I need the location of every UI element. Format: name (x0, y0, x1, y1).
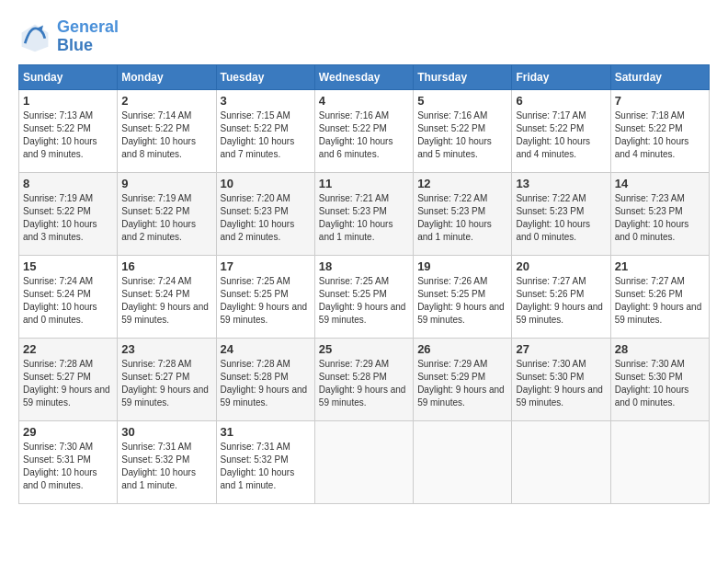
day-detail: Sunrise: 7:23 AM Sunset: 5:23 PM Dayligh… (615, 192, 705, 244)
day-detail: Sunrise: 7:17 AM Sunset: 5:22 PM Dayligh… (516, 109, 606, 161)
logo: General Blue (18, 18, 119, 55)
day-detail: Sunrise: 7:30 AM Sunset: 5:30 PM Dayligh… (615, 358, 705, 409)
day-number: 31 (221, 425, 311, 439)
calendar-cell: 28 Sunrise: 7:30 AM Sunset: 5:30 PM Dayl… (610, 338, 709, 420)
logo-icon (18, 20, 51, 53)
day-detail: Sunrise: 7:13 AM Sunset: 5:22 PM Dayligh… (23, 109, 113, 161)
calendar-week-3: 15 Sunrise: 7:24 AM Sunset: 5:24 PM Dayl… (19, 255, 710, 338)
day-number: 19 (417, 259, 507, 273)
day-number: 1 (23, 94, 113, 108)
calendar-cell: 22 Sunrise: 7:28 AM Sunset: 5:27 PM Dayl… (19, 338, 118, 420)
day-number: 25 (319, 342, 409, 356)
calendar-cell: 25 Sunrise: 7:29 AM Sunset: 5:28 PM Dayl… (314, 338, 413, 420)
day-detail: Sunrise: 7:20 AM Sunset: 5:23 PM Dayligh… (221, 192, 311, 244)
calendar-week-4: 22 Sunrise: 7:28 AM Sunset: 5:27 PM Dayl… (19, 338, 710, 420)
day-detail: Sunrise: 7:28 AM Sunset: 5:28 PM Dayligh… (221, 358, 311, 409)
calendar-cell: 27 Sunrise: 7:30 AM Sunset: 5:30 PM Dayl… (512, 338, 610, 420)
day-detail: Sunrise: 7:19 AM Sunset: 5:22 PM Dayligh… (121, 192, 211, 244)
calendar-cell: 17 Sunrise: 7:25 AM Sunset: 5:25 PM Dayl… (216, 255, 314, 338)
day-detail: Sunrise: 7:25 AM Sunset: 5:25 PM Dayligh… (221, 275, 311, 327)
calendar-cell: 3 Sunrise: 7:15 AM Sunset: 5:22 PM Dayli… (216, 89, 314, 172)
day-detail: Sunrise: 7:16 AM Sunset: 5:22 PM Dayligh… (319, 109, 409, 161)
calendar-cell: 20 Sunrise: 7:27 AM Sunset: 5:26 PM Dayl… (512, 255, 610, 338)
calendar-cell: 9 Sunrise: 7:19 AM Sunset: 5:22 PM Dayli… (118, 172, 216, 255)
calendar-cell: 10 Sunrise: 7:20 AM Sunset: 5:23 PM Dayl… (216, 172, 314, 255)
calendar-cell: 8 Sunrise: 7:19 AM Sunset: 5:22 PM Dayli… (19, 172, 118, 255)
day-detail: Sunrise: 7:28 AM Sunset: 5:27 PM Dayligh… (23, 358, 113, 409)
weekday-header-tuesday: Tuesday (216, 64, 314, 89)
day-number: 28 (615, 342, 705, 356)
day-detail: Sunrise: 7:26 AM Sunset: 5:25 PM Dayligh… (417, 275, 507, 327)
day-number: 12 (417, 177, 507, 190)
calendar-cell: 13 Sunrise: 7:22 AM Sunset: 5:23 PM Dayl… (512, 172, 610, 255)
calendar-week-2: 8 Sunrise: 7:19 AM Sunset: 5:22 PM Dayli… (19, 172, 710, 255)
calendar-cell: 6 Sunrise: 7:17 AM Sunset: 5:22 PM Dayli… (512, 89, 610, 172)
day-detail: Sunrise: 7:18 AM Sunset: 5:22 PM Dayligh… (615, 109, 705, 161)
day-detail: Sunrise: 7:27 AM Sunset: 5:26 PM Dayligh… (516, 275, 606, 327)
day-number: 14 (615, 177, 705, 190)
logo-text: General Blue (57, 18, 119, 55)
day-detail: Sunrise: 7:15 AM Sunset: 5:22 PM Dayligh… (221, 109, 311, 161)
calendar-body: 1 Sunrise: 7:13 AM Sunset: 5:22 PM Dayli… (19, 89, 710, 503)
day-number: 30 (121, 425, 211, 439)
day-number: 10 (221, 177, 311, 190)
day-number: 3 (221, 94, 311, 108)
day-detail: Sunrise: 7:25 AM Sunset: 5:25 PM Dayligh… (319, 275, 409, 327)
day-detail: Sunrise: 7:30 AM Sunset: 5:30 PM Dayligh… (516, 358, 606, 409)
day-detail: Sunrise: 7:29 AM Sunset: 5:29 PM Dayligh… (417, 358, 507, 409)
calendar-cell: 26 Sunrise: 7:29 AM Sunset: 5:29 PM Dayl… (414, 338, 512, 420)
day-detail: Sunrise: 7:19 AM Sunset: 5:22 PM Dayligh… (23, 192, 113, 244)
calendar-cell (414, 420, 512, 503)
day-number: 26 (417, 342, 507, 356)
day-detail: Sunrise: 7:29 AM Sunset: 5:28 PM Dayligh… (319, 358, 409, 409)
day-number: 2 (121, 94, 211, 108)
day-number: 20 (516, 259, 606, 273)
day-number: 21 (615, 259, 705, 273)
calendar-header-row: SundayMondayTuesdayWednesdayThursdayFrid… (19, 64, 710, 89)
weekday-header-saturday: Saturday (610, 64, 709, 89)
weekday-header-thursday: Thursday (414, 64, 512, 89)
calendar-cell: 7 Sunrise: 7:18 AM Sunset: 5:22 PM Dayli… (610, 89, 709, 172)
weekday-header-sunday: Sunday (19, 64, 118, 89)
day-number: 27 (516, 342, 606, 356)
day-number: 5 (417, 94, 507, 108)
day-number: 16 (121, 259, 211, 273)
day-number: 15 (23, 259, 113, 273)
day-number: 29 (23, 425, 113, 439)
calendar-cell: 11 Sunrise: 7:21 AM Sunset: 5:23 PM Dayl… (314, 172, 413, 255)
weekday-header-friday: Friday (512, 64, 610, 89)
day-number: 7 (615, 94, 705, 108)
calendar-cell (314, 420, 413, 503)
day-detail: Sunrise: 7:31 AM Sunset: 5:32 PM Dayligh… (221, 441, 311, 492)
calendar-cell: 30 Sunrise: 7:31 AM Sunset: 5:32 PM Dayl… (118, 420, 216, 503)
calendar-table: SundayMondayTuesdayWednesdayThursdayFrid… (18, 64, 710, 504)
weekday-header-wednesday: Wednesday (314, 64, 413, 89)
calendar-cell: 29 Sunrise: 7:30 AM Sunset: 5:31 PM Dayl… (19, 420, 118, 503)
day-detail: Sunrise: 7:14 AM Sunset: 5:22 PM Dayligh… (121, 109, 211, 161)
day-number: 22 (23, 342, 113, 356)
calendar-cell: 15 Sunrise: 7:24 AM Sunset: 5:24 PM Dayl… (19, 255, 118, 338)
calendar-cell: 12 Sunrise: 7:22 AM Sunset: 5:23 PM Dayl… (414, 172, 512, 255)
day-number: 13 (516, 177, 606, 190)
page-header: General Blue (18, 18, 710, 55)
weekday-header-monday: Monday (118, 64, 216, 89)
calendar-cell: 23 Sunrise: 7:28 AM Sunset: 5:27 PM Dayl… (118, 338, 216, 420)
calendar-cell: 1 Sunrise: 7:13 AM Sunset: 5:22 PM Dayli… (19, 89, 118, 172)
day-detail: Sunrise: 7:16 AM Sunset: 5:22 PM Dayligh… (417, 109, 507, 161)
calendar-cell (512, 420, 610, 503)
day-number: 23 (121, 342, 211, 356)
calendar-cell: 16 Sunrise: 7:24 AM Sunset: 5:24 PM Dayl… (118, 255, 216, 338)
day-number: 4 (319, 94, 409, 108)
day-detail: Sunrise: 7:28 AM Sunset: 5:27 PM Dayligh… (121, 358, 211, 409)
calendar-cell: 5 Sunrise: 7:16 AM Sunset: 5:22 PM Dayli… (414, 89, 512, 172)
calendar-cell: 31 Sunrise: 7:31 AM Sunset: 5:32 PM Dayl… (216, 420, 314, 503)
day-number: 18 (319, 259, 409, 273)
day-detail: Sunrise: 7:22 AM Sunset: 5:23 PM Dayligh… (516, 192, 606, 244)
day-number: 9 (121, 177, 211, 190)
day-number: 17 (221, 259, 311, 273)
calendar-cell: 24 Sunrise: 7:28 AM Sunset: 5:28 PM Dayl… (216, 338, 314, 420)
day-number: 11 (319, 177, 409, 190)
day-detail: Sunrise: 7:27 AM Sunset: 5:26 PM Dayligh… (615, 275, 705, 327)
calendar-cell: 14 Sunrise: 7:23 AM Sunset: 5:23 PM Dayl… (610, 172, 709, 255)
calendar-cell: 19 Sunrise: 7:26 AM Sunset: 5:25 PM Dayl… (414, 255, 512, 338)
